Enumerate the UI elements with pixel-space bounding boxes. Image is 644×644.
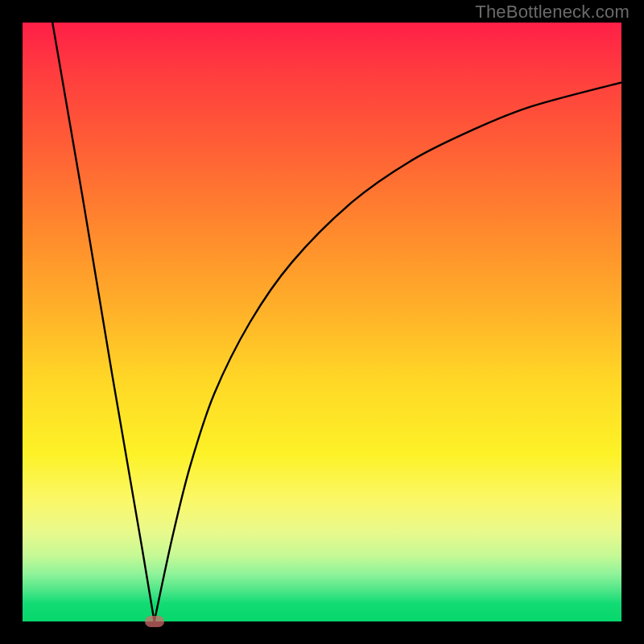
bottleneck-curve [23, 23, 621, 621]
minimum-marker [145, 616, 164, 627]
chart-frame: TheBottleneck.com [0, 0, 644, 644]
watermark-text: TheBottleneck.com [475, 2, 630, 23]
plot-area [23, 23, 621, 621]
